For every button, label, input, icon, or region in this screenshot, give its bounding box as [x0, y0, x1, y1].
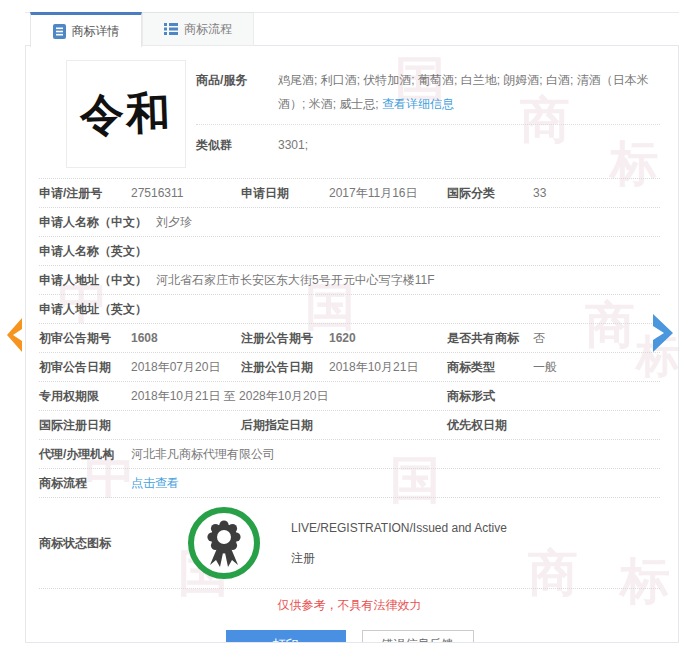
shared-value: 否	[533, 330, 660, 346]
trademark-status-row: 商标状态图标	[39, 498, 660, 589]
trademark-image-text: 令和	[79, 83, 173, 145]
goods-services-value: 鸡尾酒; 利口酒; 伏特加酒; 葡萄酒; 白兰地; 朗姆酒; 白酒; 清酒（日本…	[278, 73, 649, 111]
goods-services-row: 商品/服务 鸡尾酒; 利口酒; 伏特加酒; 葡萄酒; 白兰地; 朗姆酒; 白酒;…	[196, 62, 660, 122]
address-cn-value: 河北省石家庄市长安区东大街5号开元中心写字楼11F	[156, 272, 660, 288]
table-row: 初审公告日期 2018年07月20日 注册公告日期 2018年10月21日 商标…	[39, 353, 660, 382]
agency-value: 河北非凡商标代理有限公司	[131, 446, 660, 462]
trademark-detail-card: 令和 商品/服务 鸡尾酒; 利口酒; 伏特加酒; 葡萄酒; 白兰地; 朗姆酒; …	[25, 45, 679, 643]
right-period-label: 专用权期限	[39, 388, 131, 404]
view-details-link[interactable]: 查看详细信息	[382, 97, 454, 111]
divider	[196, 124, 660, 125]
tab-label: 商标流程	[184, 21, 232, 38]
first-pub-date-label: 初审公告日期	[39, 359, 131, 375]
table-row: 申请人名称（中文） 刘夕珍	[39, 208, 660, 237]
tm-type-value: 一般	[533, 359, 660, 375]
intl-class-value: 33	[533, 185, 660, 201]
trademark-detail-page: 中国商标中国商标中国国商标 商标详情	[0, 0, 690, 652]
applicant-cn-value: 刘夕珍	[156, 214, 660, 230]
table-row: 代理/办理机构 河北非凡商标代理有限公司	[39, 440, 660, 469]
first-pub-no-value: 1608	[131, 330, 241, 346]
tm-form-value	[533, 388, 660, 404]
tab-label: 商标详情	[72, 23, 120, 40]
reg-pub-date-label: 注册公告日期	[241, 359, 329, 375]
table-row: 商标流程 点击查看	[39, 469, 660, 498]
right-period-value: 2018年10月21日 至 2028年10月20日	[131, 388, 447, 404]
app-date-value: 2017年11月16日	[329, 185, 447, 201]
app-date-label: 申请日期	[241, 185, 329, 201]
tm-type-label: 商标类型	[447, 359, 533, 375]
address-en-value	[156, 301, 660, 317]
goods-services-label: 商品/服务	[196, 68, 278, 116]
intl-reg-date-label: 国际注册日期	[39, 417, 131, 433]
process-label: 商标流程	[39, 475, 131, 491]
tm-form-label: 商标形式	[447, 388, 533, 404]
similar-group-row: 类似群 3301;	[196, 127, 660, 163]
error-feedback-button[interactable]: 错误信息反馈	[362, 630, 474, 643]
reg-pub-no-value: 1620	[329, 330, 447, 346]
status-label: 商标状态图标	[39, 535, 169, 552]
trademark-image: 令和	[66, 60, 186, 168]
shared-label: 是否共有商标	[447, 330, 533, 346]
click-to-view-link[interactable]: 点击查看	[131, 476, 179, 490]
first-pub-date-value: 2018年07月20日	[131, 359, 241, 375]
address-cn-label: 申请人地址（中文）	[39, 272, 156, 288]
table-row: 申请人地址（中文） 河北省石家庄市长安区东大街5号开元中心写字楼11F	[39, 266, 660, 295]
priority-date-value	[533, 417, 660, 433]
table-row: 专用权期限 2018年10月21日 至 2028年10月20日 商标形式	[39, 382, 660, 411]
reg-pub-no-label: 注册公告期号	[241, 330, 329, 346]
table-row: 初审公告期号 1608 注册公告期号 1620 是否共有商标 否	[39, 324, 660, 353]
table-row: 申请人名称（英文）	[39, 237, 660, 266]
priority-date-label: 优先权日期	[447, 417, 533, 433]
table-row: 国际注册日期 后期指定日期 优先权日期	[39, 411, 660, 440]
reg-pub-date-value: 2018年10月21日	[329, 359, 447, 375]
similar-group-value: 3301;	[278, 133, 660, 157]
applicant-cn-label: 申请人名称（中文）	[39, 214, 156, 230]
action-buttons: 打印 错误信息反馈	[39, 630, 660, 643]
list-icon	[164, 23, 178, 35]
print-button[interactable]: 打印	[226, 630, 346, 643]
late-date-value	[329, 417, 447, 433]
table-row: 申请人地址（英文）	[39, 295, 660, 324]
field-table: 申请/注册号 27516311 申请日期 2017年11月16日 国际分类 33…	[39, 178, 660, 589]
reg-no-value: 27516311	[131, 185, 241, 201]
status-line-chinese: 注册	[291, 543, 507, 573]
first-pub-no-label: 初审公告期号	[39, 330, 131, 346]
medal-badge-icon	[187, 506, 261, 580]
intl-reg-date-value	[131, 417, 241, 433]
next-arrow-icon[interactable]	[651, 313, 675, 356]
prev-arrow-icon[interactable]	[5, 317, 23, 356]
tab-trademark-details[interactable]: 商标详情	[30, 12, 142, 47]
status-line-english: LIVE/REGISTRATION/Issued and Active	[291, 513, 507, 543]
applicant-en-value	[156, 243, 660, 259]
tab-trademark-process[interactable]: 商标流程	[142, 12, 254, 46]
intl-class-label: 国际分类	[447, 185, 533, 201]
table-row: 申请/注册号 27516311 申请日期 2017年11月16日 国际分类 33	[39, 179, 660, 208]
trademark-summary-section: 令和 商品/服务 鸡尾酒; 利口酒; 伏特加酒; 葡萄酒; 白兰地; 朗姆酒; …	[39, 60, 660, 168]
address-en-label: 申请人地址（英文）	[39, 301, 156, 317]
late-date-label: 后期指定日期	[241, 417, 329, 433]
document-icon	[53, 24, 66, 39]
similar-group-label: 类似群	[196, 133, 278, 157]
applicant-en-label: 申请人名称（英文）	[39, 243, 156, 259]
disclaimer-text: 仅供参考，不具有法律效力	[39, 597, 660, 614]
reg-no-label: 申请/注册号	[39, 185, 131, 201]
agency-label: 代理/办理机构	[39, 446, 131, 462]
tab-bar: 商标详情 商标流程	[30, 12, 254, 46]
